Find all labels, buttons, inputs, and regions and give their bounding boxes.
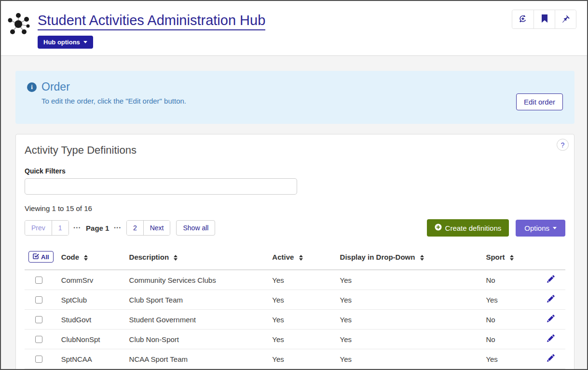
cell-sport: Yes (482, 349, 543, 369)
edit-row-button[interactable] (547, 275, 555, 285)
row-checkbox[interactable] (35, 356, 42, 363)
pencil-icon (547, 337, 555, 344)
cell-display: Yes (336, 349, 482, 369)
cell-display: Yes (336, 290, 482, 310)
sort-icon (84, 255, 88, 261)
edit-row-button[interactable] (547, 354, 555, 364)
cell-description: Club Non-Sport (125, 330, 269, 349)
check-square-icon (33, 253, 39, 261)
edit-row-button[interactable] (547, 334, 555, 344)
order-panel: i Order To edit the order, click the "Ed… (15, 71, 574, 124)
pencil-icon (547, 357, 555, 364)
cell-sport: Yes (482, 290, 543, 310)
page-content: i Order To edit the order, click the "Ed… (1, 56, 587, 370)
page-title[interactable]: Student Activities Administration Hub (38, 13, 265, 30)
caret-down-icon (83, 41, 87, 43)
order-panel-title: Order (41, 80, 70, 93)
sort-icon (174, 255, 178, 261)
row-checkbox[interactable] (35, 296, 42, 304)
row-checkbox[interactable] (35, 336, 42, 343)
pin-button[interactable] (555, 10, 576, 28)
table-row: SptNCAA NCAA Sport Team Yes Yes Yes (25, 349, 565, 369)
table-row: CommSrv Community Services Clubs Yes Yes… (25, 270, 565, 290)
question-mark-icon: ? (561, 141, 565, 149)
cell-display: Yes (336, 310, 482, 330)
ellipsis-left: ••• (74, 225, 81, 230)
next-page-button[interactable]: Next (143, 221, 170, 235)
cell-description: NCAA Sport Team (125, 349, 269, 369)
show-all-button[interactable]: Show all (176, 220, 215, 236)
cell-code: StudGovt (57, 310, 125, 330)
header: Student Activities Administration Hub Hu… (1, 1, 587, 56)
quick-filters-input[interactable] (25, 178, 297, 195)
column-header-active[interactable]: Active (268, 249, 336, 270)
definitions-table: All Code Description Active (25, 249, 565, 370)
column-header-sport[interactable]: Sport (482, 249, 543, 270)
cell-display: Yes (336, 330, 482, 349)
cell-sport: No (482, 270, 543, 290)
page-2-button[interactable]: 2 (127, 221, 143, 235)
hub-options-button[interactable]: Hub options (38, 36, 93, 49)
edit-row-button[interactable] (547, 295, 555, 304)
cell-active: Yes (268, 330, 336, 349)
cell-description: Community Services Clubs (125, 270, 269, 290)
edit-order-button[interactable]: Edit order (516, 93, 563, 110)
column-header-code[interactable]: Code (57, 249, 125, 270)
table-row: SptClub Club Sport Team Yes Yes Yes (25, 290, 565, 310)
cell-display: Yes (336, 270, 482, 290)
current-page-label: Page 1 (86, 224, 109, 232)
edit-row-button[interactable] (547, 315, 555, 324)
cell-active: Yes (268, 310, 336, 330)
hub-logo-icon (6, 12, 31, 39)
sync-add-icon (518, 14, 528, 25)
cell-code: SptNCAA (57, 349, 125, 369)
sort-icon (299, 255, 303, 261)
caret-down-icon (553, 227, 557, 229)
cell-description: Club Sport Team (125, 290, 269, 310)
pencil-icon (547, 317, 555, 324)
page-1-button[interactable]: 1 (52, 221, 68, 235)
bookmark-icon (541, 14, 548, 25)
viewing-status: Viewing 1 to 15 of 16 (25, 204, 565, 212)
quick-filters-label: Quick Filters (25, 167, 565, 175)
row-checkbox[interactable] (35, 316, 42, 323)
cell-active: Yes (268, 290, 336, 310)
help-button[interactable]: ? (557, 139, 569, 151)
cell-code: ClubNonSpt (57, 330, 125, 349)
options-button[interactable]: Options (516, 220, 565, 237)
pager-group-next: 2 Next (126, 220, 171, 236)
table-row: StudGovt Student Government Yes Yes No (25, 310, 565, 330)
pin-icon (561, 14, 571, 25)
plus-circle-icon (435, 224, 442, 232)
pencil-icon (547, 297, 555, 304)
sync-add-button[interactable] (512, 10, 533, 28)
prev-page-button[interactable]: Prev (25, 221, 52, 235)
cell-sport: No (482, 310, 543, 330)
sort-icon (420, 255, 424, 261)
pager-group-prev: Prev 1 (25, 220, 69, 236)
column-header-edit (543, 249, 565, 270)
cell-code: SptClub (57, 290, 125, 310)
pagination-bar: Prev 1 ••• Page 1 ••• 2 Next Show all (25, 219, 565, 237)
column-header-description[interactable]: Description (125, 249, 269, 270)
bookmark-button[interactable] (533, 10, 555, 28)
table-body: CommSrv Community Services Clubs Yes Yes… (25, 270, 565, 370)
column-header-display[interactable]: Display in Drop-Down (336, 249, 482, 270)
row-checkbox[interactable] (35, 277, 42, 284)
cell-active: Yes (268, 270, 336, 290)
definitions-panel: ? Activity Type Definitions Quick Filter… (15, 134, 574, 370)
ellipsis-right: ••• (114, 225, 121, 230)
table-header-row: All Code Description Active (25, 249, 565, 270)
cell-active: Yes (268, 349, 336, 369)
cell-description: Student Government (125, 310, 269, 330)
sort-icon (510, 255, 514, 261)
pencil-icon (547, 278, 555, 285)
select-all-button[interactable]: All (28, 251, 54, 263)
cell-code: CommSrv (57, 270, 125, 290)
app-window: Student Activities Administration Hub Hu… (0, 0, 588, 370)
info-icon: i (27, 82, 37, 92)
order-panel-message: To edit the order, click the "Edit order… (41, 97, 563, 105)
panel-title: Activity Type Definitions (25, 144, 565, 157)
cell-sport: No (482, 330, 543, 349)
create-definitions-button[interactable]: Create definitions (427, 219, 509, 237)
